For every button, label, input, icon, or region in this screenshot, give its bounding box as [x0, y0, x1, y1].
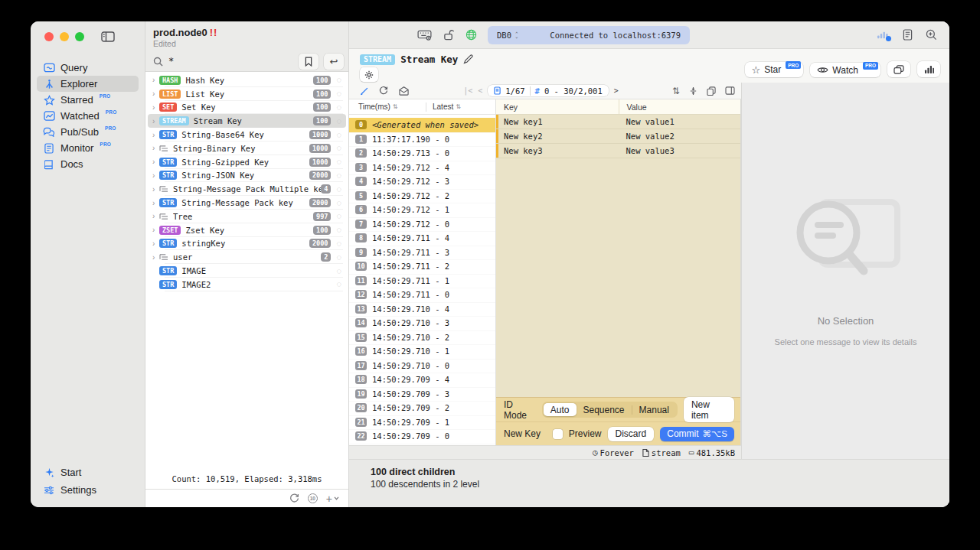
stream-row[interactable]: 111:37:17.190 - 0	[349, 132, 495, 147]
key-tree-row[interactable]: ›STRString-Base64 Key1000◌	[148, 128, 346, 142]
sidebar-item-pubsub[interactable]: Pub/Sub PRO	[37, 124, 139, 140]
sidebar-toggle-icon[interactable]	[101, 31, 115, 42]
stream-row[interactable]: 314:50:29.712 - 4	[349, 161, 495, 175]
add-key-button[interactable]: +	[326, 493, 339, 505]
kv-key-cell[interactable]: New key1	[496, 117, 619, 126]
edit-icon[interactable]	[360, 86, 369, 96]
discard-button[interactable]: Discard	[608, 427, 655, 441]
watch-button[interactable]: WatchPRO	[810, 63, 880, 77]
stream-row[interactable]: 414:50:29.712 - 3	[349, 174, 495, 189]
mode-sequence[interactable]: Sequence	[577, 403, 632, 416]
close-window-button[interactable]	[44, 32, 54, 41]
expand-chevron-icon[interactable]: ›	[152, 171, 159, 180]
column-key[interactable]: Key	[496, 99, 619, 114]
globe-icon[interactable]	[466, 29, 477, 41]
kv-key-cell[interactable]: New key3	[496, 146, 619, 155]
stream-row[interactable]: 1714:50:29.710 - 0	[349, 359, 495, 373]
copy-icon[interactable]	[707, 86, 716, 96]
key-tree-row[interactable]: STRIMAGE◌	[148, 264, 346, 278]
kv-value-cell[interactable]: New value3	[619, 146, 741, 155]
minimize-window-button[interactable]	[60, 32, 69, 41]
key-tree-row[interactable]: ›STRString-Gzipped Key1000◌	[148, 155, 346, 169]
stream-row[interactable]: 1814:50:29.709 - 4	[349, 373, 495, 387]
star-button[interactable]: ☆StarPRO	[745, 62, 804, 77]
sidebar-item-query[interactable]: Query	[37, 60, 139, 76]
column-latest[interactable]: Latest⇅	[433, 103, 461, 111]
expand-chevron-icon[interactable]: ›	[152, 117, 159, 125]
mode-manual[interactable]: Manual	[632, 403, 676, 416]
expand-chevron-icon[interactable]: ›	[152, 239, 159, 248]
expand-chevron-icon[interactable]: ›	[152, 144, 159, 152]
stream-row[interactable]: 214:50:29.713 - 0	[349, 146, 495, 161]
panel-layout-icon[interactable]	[725, 86, 735, 95]
kv-table-row[interactable]: New key1New value1	[496, 115, 740, 129]
sort-icon[interactable]: ⇅	[672, 86, 680, 96]
page-indicator[interactable]: 1/67 # 0 - 30/2,001	[488, 85, 608, 96]
refresh-icon[interactable]	[289, 493, 299, 503]
search-input[interactable]: *	[168, 56, 293, 67]
expand-chevron-icon[interactable]: ›	[152, 212, 159, 220]
align-center-icon[interactable]	[689, 86, 697, 96]
bookmark-button[interactable]	[299, 54, 318, 70]
key-tree-row[interactable]: ›SETSet Key100◌	[148, 101, 346, 115]
key-tree-row[interactable]: ›HASHHash Key100◌	[148, 73, 346, 87]
expand-chevron-icon[interactable]: ›	[152, 185, 159, 194]
prev-page-button[interactable]: <	[478, 86, 482, 95]
stream-row[interactable]: 814:50:29.711 - 4	[349, 231, 495, 246]
key-tree-row[interactable]: ›String-Message Pack Multiple key4◌	[148, 182, 346, 196]
expand-chevron-icon[interactable]: ›	[152, 76, 159, 84]
stream-row[interactable]: 2014:50:29.709 - 2	[349, 401, 495, 415]
stream-row[interactable]: 0<Generated when saved>	[349, 118, 495, 132]
scan-count-icon[interactable]: 10	[308, 493, 318, 503]
db-selector[interactable]: DB0⌃⌃	[497, 31, 518, 40]
key-tree-row[interactable]: ›Tree997◌	[148, 210, 346, 223]
column-value[interactable]: Value	[619, 99, 741, 114]
new-item-button[interactable]: New item	[684, 397, 734, 422]
edit-key-name-icon[interactable]	[463, 54, 473, 64]
stream-row[interactable]: 1114:50:29.711 - 1	[349, 274, 495, 288]
next-page-button[interactable]: >	[614, 86, 619, 95]
column-time[interactable]: Time(ms)⇅	[358, 103, 426, 111]
stream-row[interactable]: 1214:50:29.711 - 0	[349, 288, 495, 302]
stream-row[interactable]: 914:50:29.711 - 3	[349, 246, 495, 260]
key-tree-row[interactable]: ›STRString-JSON Key2000◌	[148, 169, 346, 183]
search-zoom-icon[interactable]	[926, 29, 937, 41]
key-tree-row[interactable]: ›String-Binary Key1000◌	[148, 142, 346, 155]
sidebar-item-starred[interactable]: Starred PRO	[37, 92, 139, 108]
mail-open-icon[interactable]	[398, 86, 410, 96]
stream-row[interactable]: 2114:50:29.709 - 1	[349, 415, 495, 430]
preview-checkbox[interactable]	[553, 429, 563, 439]
unlocked-icon[interactable]	[443, 29, 454, 41]
log-icon[interactable]	[903, 29, 913, 41]
stream-row[interactable]: 614:50:29.712 - 1	[349, 203, 495, 217]
stream-row[interactable]: 1314:50:29.710 - 4	[349, 302, 495, 317]
expand-chevron-icon[interactable]: ›	[152, 226, 159, 234]
stream-row[interactable]: 1514:50:29.710 - 2	[349, 330, 495, 345]
key-tree-row[interactable]: STRIMAGE2◌	[148, 278, 346, 291]
expand-chevron-icon[interactable]: ›	[152, 158, 159, 166]
stream-row[interactable]: 514:50:29.712 - 2	[349, 189, 495, 203]
kv-table-row[interactable]: New key2New value2	[496, 129, 740, 144]
expand-chevron-icon[interactable]: ›	[152, 199, 159, 207]
metrics-icon[interactable]	[877, 30, 890, 40]
stream-row[interactable]: 2214:50:29.709 - 0	[349, 429, 495, 444]
sidebar-item-start[interactable]: Start	[37, 464, 139, 480]
first-page-button[interactable]: |<	[463, 86, 472, 95]
expand-chevron-icon[interactable]: ›	[152, 253, 159, 262]
kv-table-row[interactable]: New key3New value3	[496, 144, 740, 158]
chart-view-button[interactable]	[917, 61, 940, 77]
commit-button[interactable]: Commit⌘⌥S	[660, 427, 734, 441]
stream-row[interactable]: 1014:50:29.711 - 2	[349, 259, 495, 274]
keyboard-icon[interactable]	[417, 30, 432, 41]
stream-row[interactable]: 1914:50:29.709 - 3	[349, 387, 495, 402]
stream-row[interactable]: 1414:50:29.710 - 3	[349, 316, 495, 330]
mode-auto[interactable]: Auto	[544, 403, 577, 416]
key-tree-row[interactable]: ›STRString-Message Pack key2000◌	[148, 196, 346, 210]
key-tree-row[interactable]: ›STREAMStream Key100◌	[148, 114, 346, 128]
key-tree-row[interactable]: ›ZSETZset Key100◌	[148, 223, 346, 237]
stream-settings-button[interactable]	[360, 67, 378, 82]
sidebar-item-watched[interactable]: Watched PRO	[37, 108, 139, 124]
expand-chevron-icon[interactable]: ›	[152, 103, 159, 112]
expand-chevron-icon[interactable]: ›	[152, 89, 159, 98]
stream-row[interactable]: 1614:50:29.710 - 1	[349, 344, 495, 359]
